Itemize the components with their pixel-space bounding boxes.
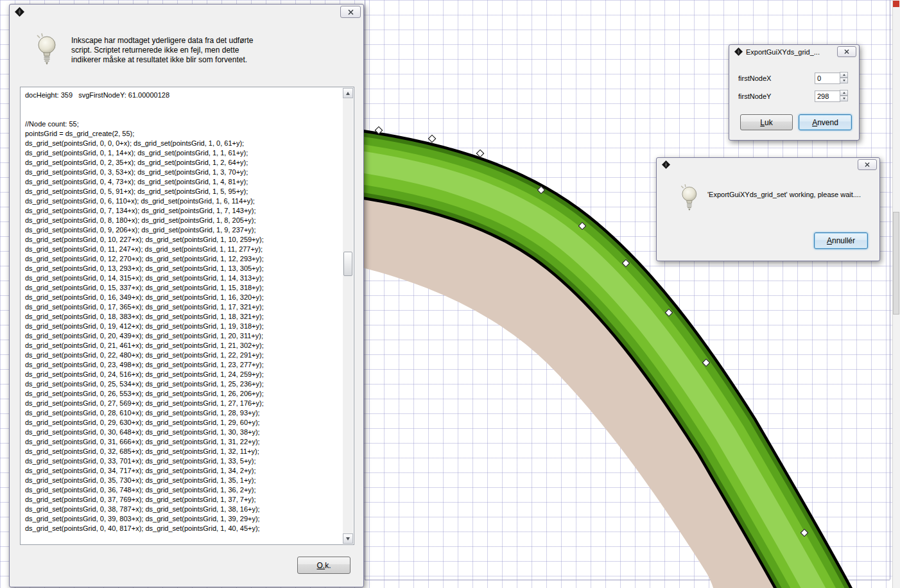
close-icon: [348, 10, 354, 15]
annuller-button-label: Annullér: [827, 236, 855, 245]
annuller-button[interactable]: Annullér: [814, 232, 868, 249]
color-management-indicator[interactable]: [893, 1, 899, 7]
script-dialog-close-button[interactable]: [340, 6, 361, 18]
canvas-vertical-scrollbar-thumb[interactable]: [893, 212, 899, 315]
textarea-scroll-down-button[interactable]: [343, 533, 353, 544]
firstnodey-spinner[interactable]: [840, 90, 848, 101]
firstnodex-input[interactable]: [815, 73, 840, 84]
arrow-up-icon: [843, 74, 845, 76]
anvend-button-label: Anvend: [812, 118, 838, 127]
close-icon: [865, 162, 870, 167]
firstnodey-input[interactable]: [815, 91, 840, 102]
export-params-dialog: ExportGuiXYds_grid_... firstNodeX firstN…: [729, 44, 860, 141]
firstnodex-spinner[interactable]: [840, 72, 848, 83]
spin-up-button[interactable]: [840, 72, 848, 78]
working-dialog: 'ExportGuiXYds_grid_set' working, please…: [656, 157, 880, 261]
working-dialog-close-button[interactable]: [858, 159, 877, 170]
close-icon: [844, 49, 849, 54]
spin-up-button[interactable]: [840, 90, 848, 96]
arrow-up-icon: [843, 92, 845, 94]
firstnodey-label: firstNodeY: [738, 92, 771, 100]
info-lightbulb-icon: [679, 184, 699, 213]
export-dialog-title: ExportGuiXYds_grid_...: [746, 48, 820, 56]
script-dialog-message: Inkscape har modtaget yderligere data fr…: [71, 36, 264, 65]
inkscape-app-icon: [15, 7, 24, 17]
textarea-scrollbar[interactable]: [343, 88, 353, 544]
spin-down-button[interactable]: [840, 96, 848, 101]
export-dialog-close-button[interactable]: [837, 46, 856, 57]
inkscape-window: Inkscape har modtaget yderligere data fr…: [0, 0, 900, 588]
luk-button-label: Luk: [760, 118, 772, 127]
script-output-textarea[interactable]: docHeight: 359 svgFirstNodeY: 61.0000012…: [20, 87, 354, 545]
script-output-dialog: Inkscape har modtaget yderligere data fr…: [9, 4, 364, 587]
arrow-down-icon: [843, 80, 845, 82]
working-dialog-titlebar[interactable]: [657, 158, 879, 172]
arrow-down-icon: [346, 537, 350, 540]
luk-button[interactable]: Luk: [740, 114, 793, 130]
ok-button[interactable]: O.k.: [297, 557, 350, 574]
script-dialog-titlebar[interactable]: [10, 4, 363, 20]
spin-down-button[interactable]: [840, 78, 848, 83]
script-output-text: docHeight: 359 svgFirstNodeY: 61.0000012…: [25, 91, 340, 543]
textarea-scrollbar-thumb[interactable]: [343, 252, 352, 276]
export-dialog-titlebar[interactable]: ExportGuiXYds_grid_...: [729, 45, 859, 59]
inkscape-app-icon: [662, 160, 670, 169]
arrow-down-icon: [843, 98, 845, 99]
arrow-up-icon: [346, 92, 350, 95]
info-lightbulb-icon: [34, 33, 58, 67]
anvend-button[interactable]: Anvend: [799, 114, 852, 130]
textarea-scroll-up-button[interactable]: [343, 88, 353, 98]
working-dialog-message: 'ExportGuiXYds_grid_set' working, please…: [707, 191, 861, 198]
firstnodex-label: firstNodeX: [738, 74, 771, 82]
ok-button-label: O.k.: [316, 561, 331, 570]
inkscape-app-icon: [734, 48, 743, 56]
